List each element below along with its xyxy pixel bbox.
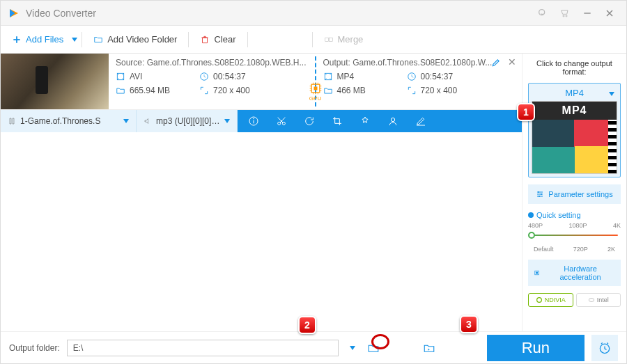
hardware-accel-button[interactable]: Hardware acceleration — [528, 260, 621, 286]
cart-icon[interactable] — [555, 3, 575, 23]
gpu-indicator: GPU — [307, 81, 324, 102]
svg-rect-44 — [536, 272, 538, 274]
svg-rect-9 — [329, 38, 332, 41]
size-icon — [323, 86, 333, 95]
add-folder-label: Add Video Folder — [107, 34, 177, 45]
annotation-badge-3: 3 — [460, 315, 478, 333]
parameter-settings-button[interactable]: Parameter settings — [528, 184, 621, 204]
schedule-button[interactable] — [591, 335, 618, 361]
chevron-down-icon — [609, 92, 614, 96]
svg-point-1 — [563, 15, 564, 17]
edit-output-button[interactable] — [491, 58, 501, 70]
nvidia-chip[interactable]: NDIVIA — [528, 293, 573, 307]
resolution-icon — [199, 86, 209, 95]
rotate-button[interactable] — [303, 115, 316, 127]
svg-line-33 — [280, 118, 285, 122]
subtitle-edit-button[interactable] — [415, 115, 427, 127]
minimize-button[interactable] — [578, 3, 597, 23]
track-label: 1-Game.of.Thrones.S — [20, 116, 119, 126]
app-logo-icon — [8, 7, 20, 19]
merge-label: Merge — [338, 34, 364, 45]
quick-setting: Quick setting 480P1080P4K Default720P2K — [528, 211, 621, 253]
video-thumbnail[interactable] — [1, 54, 109, 109]
annotation-badge-2: 2 — [298, 316, 316, 334]
merge-button[interactable]: Merge — [317, 30, 371, 49]
format-preview: MP4 — [532, 101, 617, 174]
run-label: Run — [522, 339, 550, 357]
size-icon — [116, 86, 125, 95]
add-files-dropdown[interactable] — [72, 38, 77, 42]
out-size: 466 MB — [337, 86, 366, 95]
browse-folder-button[interactable] — [366, 341, 380, 355]
add-files-button[interactable]: Add Files — [5, 30, 70, 49]
nvidia-icon — [536, 296, 543, 303]
output-folder-input[interactable] — [67, 340, 339, 356]
run-button[interactable]: Run — [487, 335, 585, 361]
add-files-label: Add Files — [26, 34, 63, 45]
format-icon — [323, 72, 333, 81]
remove-file-button[interactable]: ✕ — [508, 56, 516, 68]
svg-point-35 — [391, 118, 394, 121]
intel-chip[interactable]: Intel — [576, 293, 621, 307]
svg-line-34 — [278, 118, 283, 122]
close-button[interactable] — [600, 3, 619, 23]
audio-track-selector[interactable]: mp3 (U[0][0][0] / 0x0 — [137, 110, 238, 132]
svg-point-42 — [539, 196, 540, 197]
svg-point-45 — [536, 298, 541, 303]
audio-icon — [144, 117, 152, 125]
crop-button[interactable] — [331, 115, 343, 127]
open-output-button[interactable] — [422, 341, 436, 355]
info-button[interactable] — [247, 115, 260, 127]
audio-label: mp3 (U[0][0][0] / 0x0 — [156, 116, 220, 126]
source-info: Source: Game.of.Thrones.S08E02.1080p.WEB… — [109, 54, 315, 109]
output-filename: Game.of.Thrones.S08E02.1080p.W... — [353, 58, 492, 68]
subtitle-icon — [8, 117, 16, 125]
svg-point-40 — [538, 191, 539, 193]
subtitle-track-selector[interactable]: 1-Game.of.Thrones.S — [1, 110, 137, 132]
plus-icon — [12, 35, 22, 45]
quick-title: Quick setting — [528, 211, 621, 219]
param-label: Parameter settings — [548, 190, 612, 198]
output-sidebar: Click to change output format: MP4 MP4 P… — [522, 54, 626, 331]
chevron-down-icon — [123, 119, 129, 123]
app-title: Video Converter — [26, 8, 530, 19]
trash-icon — [200, 35, 210, 45]
quality-slider[interactable] — [528, 229, 621, 246]
src-duration: 00:54:37 — [213, 72, 246, 81]
clear-label: Clear — [214, 34, 235, 45]
output-format-selector[interactable]: MP4 MP4 — [528, 83, 621, 177]
cut-button[interactable] — [275, 115, 288, 127]
src-size: 665.94 MB — [130, 86, 170, 95]
svg-point-30 — [254, 118, 254, 119]
svg-point-41 — [541, 193, 542, 195]
src-format: AVI — [130, 72, 142, 81]
chip-icon — [533, 269, 541, 277]
watermark-button[interactable] — [387, 115, 399, 127]
file-item[interactable]: Source: Game.of.Thrones.S08E02.1080p.WEB… — [1, 54, 522, 110]
hw-label: Hardware acceleration — [545, 264, 616, 281]
svg-rect-15 — [314, 87, 317, 90]
gpu-label: GPU — [309, 95, 321, 102]
svg-point-46 — [589, 299, 594, 302]
svg-rect-8 — [325, 38, 328, 41]
out-resolution: 720 x 400 — [421, 86, 458, 95]
svg-point-2 — [566, 15, 567, 17]
clear-button[interactable]: Clear — [193, 30, 242, 49]
resolution-icon — [407, 86, 417, 95]
footer: Output folder: Run — [1, 331, 626, 363]
merge-icon — [324, 35, 334, 45]
out-duration: 00:54:37 — [421, 72, 454, 81]
chevron-down-icon — [350, 346, 355, 350]
annotation-badge-1: 1 — [517, 103, 535, 121]
sliders-icon — [536, 190, 544, 198]
format-badge: MP4 — [532, 102, 617, 120]
help-icon[interactable] — [533, 3, 552, 23]
folder-icon — [93, 35, 103, 45]
effects-button[interactable] — [359, 115, 371, 127]
output-folder-dropdown[interactable] — [346, 341, 359, 355]
edit-tools — [238, 110, 522, 132]
add-folder-button[interactable]: Add Video Folder — [86, 30, 184, 49]
titlebar: Video Converter — [1, 1, 626, 26]
file-list: Source: Game.of.Thrones.S08E02.1080p.WEB… — [1, 54, 522, 331]
output-label: Output: — [323, 58, 350, 68]
